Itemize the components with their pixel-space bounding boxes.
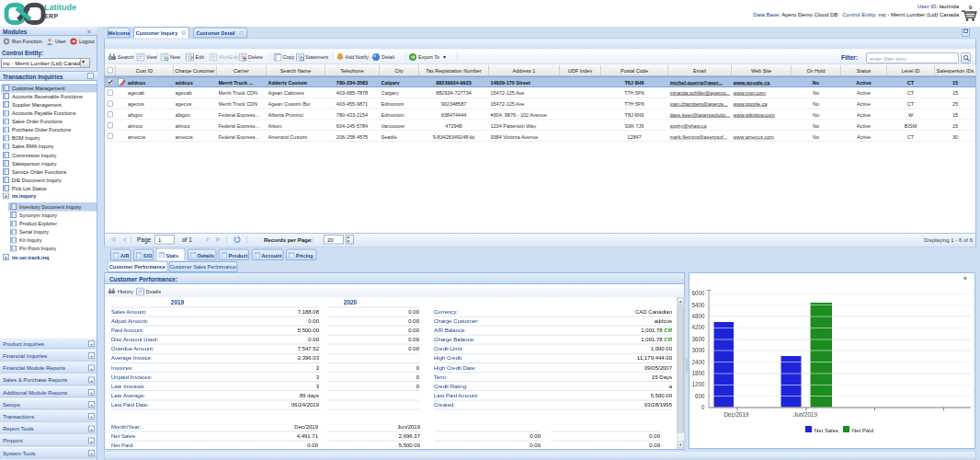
svg-text:a: a: [5, 193, 7, 199]
svg-text:0: 0: [969, 5, 973, 10]
svg-text:a: a: [5, 255, 7, 260]
